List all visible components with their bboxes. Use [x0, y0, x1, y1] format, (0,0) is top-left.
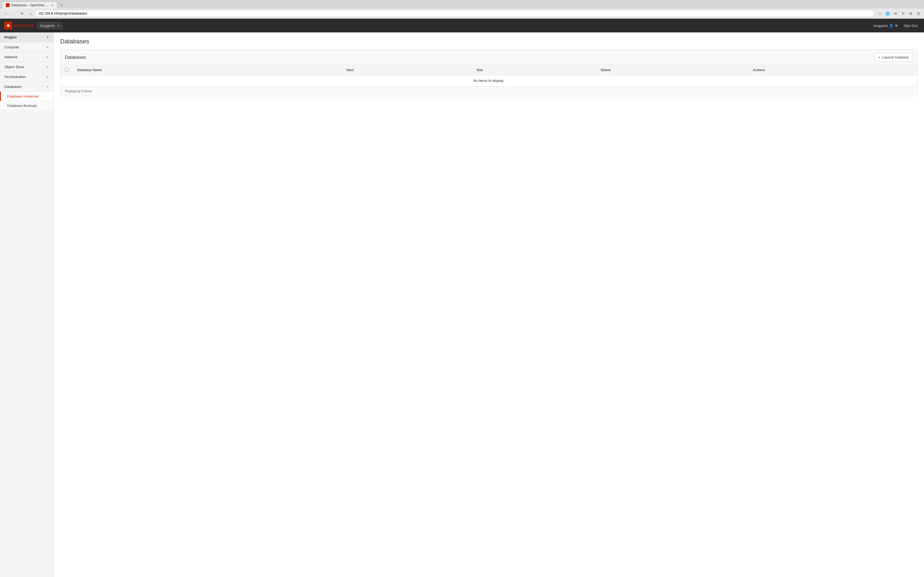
logo-text: openstack: [14, 23, 34, 28]
launch-btn-label: Launch Instance: [882, 55, 909, 60]
openstack-logo: ■ openstack: [5, 22, 34, 29]
sidebar-item-network-label: Network: [5, 55, 18, 59]
header-right: longgeek 👤 ▼ Sign Out: [873, 23, 919, 29]
weibo-icon[interactable]: 🌐: [884, 10, 891, 17]
user-icon: 👤: [889, 24, 893, 28]
table-empty-row: No items to display.: [60, 75, 917, 86]
page-title: Databases: [60, 38, 918, 45]
browser-chrome: Databases - OpenStack D... ✕ + ← → ↻ ⌂ ☆…: [0, 0, 924, 19]
tab-favicon: [6, 3, 10, 7]
new-tab-button[interactable]: +: [58, 2, 65, 8]
browser-toolbar: ← → ↻ ⌂ ☆ 🌐 ✉ ↻ ⚙ ☰: [0, 8, 924, 18]
sidebar-item-network-chevron: ►: [46, 55, 49, 58]
plus-icon: +: [878, 55, 881, 60]
sidebar-item-object-store-label: Object Store: [5, 65, 24, 69]
launch-instance-button[interactable]: + Launch Instance: [874, 53, 913, 61]
table-header-size: Size: [472, 65, 596, 75]
table-footer-text: Displaying 0 items: [65, 89, 92, 93]
sidebar-item-orchestration-label: Orchestration: [5, 75, 26, 79]
browser-tab-active[interactable]: Databases - OpenStack D... ✕: [2, 2, 57, 8]
logo-text-plain: open: [14, 23, 24, 28]
project-dropdown-label: longgeek: [40, 24, 55, 28]
databases-table: Database Name Host Size Status Actions N…: [60, 65, 917, 86]
sidebar: Project ▼ Compute ► Network ► Object Sto…: [0, 32, 53, 577]
sidebar-item-compute-label: Compute: [5, 45, 19, 49]
table-header-status: Status: [596, 65, 748, 75]
sidebar-item-object-store-chevron: ►: [46, 65, 49, 68]
refresh-icon[interactable]: ↻: [900, 10, 906, 17]
content-card-title: Databases: [65, 55, 86, 60]
project-dropdown[interactable]: longgeek ▼: [37, 22, 63, 29]
user-label: longgeek: [873, 24, 888, 28]
sidebar-section-chevron: ▼: [46, 36, 49, 39]
browser-tabs: Databases - OpenStack D... ✕ +: [0, 0, 924, 8]
sidebar-item-network[interactable]: Network ►: [0, 52, 53, 62]
browser-actions: ☆ 🌐 ✉ ↻ ⚙ ☰: [877, 10, 922, 17]
sidebar-item-databases-chevron: ▼: [46, 85, 49, 88]
sidebar-item-object-store[interactable]: Object Store ►: [0, 62, 53, 72]
app-body: Project ▼ Compute ► Network ► Object Sto…: [0, 32, 924, 577]
logo-icon: ■: [5, 22, 12, 29]
table-header-database-name: Database Name: [73, 65, 342, 75]
table-header-host: Host: [342, 65, 472, 75]
table-empty-message: No items to display.: [60, 75, 917, 86]
address-bar[interactable]: [35, 10, 874, 17]
tab-title: Databases - OpenStack D...: [11, 3, 50, 7]
sign-out-button[interactable]: Sign Out: [901, 23, 919, 29]
content-card: Databases + Launch Instance Database Nam…: [60, 50, 918, 96]
sidebar-item-orchestration-chevron: ►: [46, 75, 49, 78]
sidebar-sub-item-database-instances-label: Database Instances: [7, 94, 39, 98]
sidebar-item-databases-label: Databases: [5, 85, 21, 89]
table-header-actions: Actions: [748, 65, 917, 75]
app-header: ■ openstack longgeek ▼ longgeek 👤 ▼ Sign…: [0, 19, 924, 32]
sidebar-section-project[interactable]: Project ▼: [0, 32, 53, 42]
logo-text-accent: stack: [24, 23, 34, 28]
sidebar-item-compute[interactable]: Compute ►: [0, 42, 53, 52]
chevron-down-icon: ▼: [57, 24, 60, 27]
tab-close-icon[interactable]: ✕: [51, 3, 53, 7]
select-all-checkbox[interactable]: [65, 68, 68, 71]
sidebar-section-label: Project: [5, 35, 16, 39]
bookmark-icon[interactable]: ☆: [877, 10, 883, 17]
table-header-checkbox[interactable]: [60, 65, 73, 75]
sidebar-item-orchestration[interactable]: Orchestration ►: [0, 72, 53, 82]
mail-icon[interactable]: ✉: [892, 10, 899, 17]
refresh-button[interactable]: ↻: [19, 10, 26, 17]
forward-button[interactable]: →: [10, 10, 18, 17]
extension-icon[interactable]: ⚙: [908, 10, 914, 17]
sidebar-item-databases[interactable]: Databases ▼: [0, 82, 53, 92]
main-content: Databases Databases + Launch Instance Da…: [53, 32, 924, 577]
content-card-header: Databases + Launch Instance: [60, 50, 917, 65]
sidebar-sub-item-database-backups-label: Database Backups: [7, 103, 37, 108]
user-chevron-icon: ▼: [895, 24, 898, 28]
menu-icon[interactable]: ☰: [915, 10, 922, 17]
home-button[interactable]: ⌂: [27, 10, 34, 17]
user-dropdown[interactable]: longgeek 👤 ▼: [873, 24, 898, 28]
header-left: ■ openstack longgeek ▼: [5, 22, 63, 29]
sidebar-sub-item-database-instances[interactable]: Database Instances: [0, 92, 53, 101]
back-button[interactable]: ←: [2, 10, 9, 17]
sidebar-item-compute-chevron: ►: [46, 46, 49, 48]
table-footer: Displaying 0 items: [60, 86, 917, 96]
sidebar-sub-item-database-backups[interactable]: Database Backups: [0, 101, 53, 110]
table-header-row: Database Name Host Size Status Actions: [60, 65, 917, 75]
